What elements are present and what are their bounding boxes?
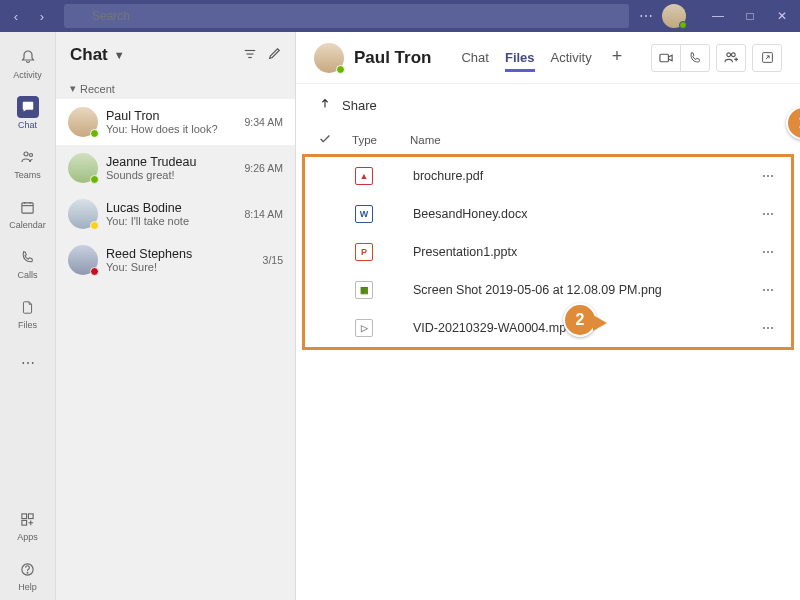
file-name: Presentation1.pptx (413, 245, 762, 259)
chat-preview: You: I'll take note (106, 215, 236, 227)
close-button[interactable]: ✕ (768, 4, 796, 28)
rail-label: Chat (18, 120, 37, 130)
minimize-button[interactable]: — (704, 4, 732, 28)
chat-row[interactable]: Lucas Bodine You: I'll take note 8:14 AM (56, 191, 295, 237)
rail-calls[interactable]: Calls (0, 238, 56, 288)
svg-point-3 (29, 154, 32, 157)
rail-activity[interactable]: Activity (0, 38, 56, 88)
presence-available-icon (679, 21, 687, 29)
avatar (314, 43, 344, 73)
rail-apps[interactable]: Apps (0, 500, 56, 550)
caret-icon: ▾ (70, 82, 76, 95)
rail-chat[interactable]: Chat (0, 88, 56, 138)
presence-busy-icon (90, 267, 99, 276)
file-name: Screen Shot 2019-05-06 at 12.08.09 PM.pn… (413, 283, 762, 297)
video-call-button[interactable] (651, 44, 681, 72)
rail-label: Apps (17, 532, 38, 542)
back-button[interactable]: ‹ (4, 4, 28, 28)
content-pane: Paul Tron Chat Files Activity + Share (296, 32, 800, 600)
video-file-icon: ▷ (355, 319, 373, 337)
chat-time: 9:34 AM (244, 116, 283, 128)
apps-icon (17, 508, 39, 530)
file-row[interactable]: P Presentation1.pptx ⋯ (305, 233, 791, 271)
svg-rect-4 (22, 202, 33, 212)
tab-activity[interactable]: Activity (551, 46, 592, 69)
rail-files[interactable]: Files (0, 288, 56, 338)
word-file-icon: W (355, 205, 373, 223)
file-name: brochure.pdf (413, 169, 762, 183)
svg-rect-16 (659, 54, 667, 62)
file-more-button[interactable]: ⋯ (762, 321, 775, 335)
image-file-icon: ▦ (355, 281, 373, 299)
rail-more[interactable]: ⋯ (0, 338, 56, 388)
file-more-button[interactable]: ⋯ (762, 207, 775, 221)
chat-icon (17, 96, 39, 118)
checkmark-icon[interactable] (318, 136, 332, 148)
calendar-icon (17, 196, 39, 218)
svg-point-18 (731, 53, 735, 57)
share-button[interactable]: Share (342, 98, 377, 113)
rail-label: Activity (13, 70, 42, 80)
chat-preview: Sounds great! (106, 169, 236, 181)
chat-list-pane: Chat ▼ ▾ Recent Paul Tron You: How does … (56, 32, 296, 600)
file-row[interactable]: ▦ Screen Shot 2019-05-06 at 12.08.09 PM.… (305, 271, 791, 309)
chevron-down-icon[interactable]: ▼ (114, 49, 125, 61)
rail-help[interactable]: Help (0, 550, 56, 600)
add-people-button[interactable] (716, 44, 746, 72)
rail-teams[interactable]: Teams (0, 138, 56, 188)
presence-available-icon (336, 65, 345, 74)
svg-rect-10 (22, 520, 27, 525)
chat-name: Paul Tron (106, 109, 236, 123)
filter-icon[interactable] (243, 47, 257, 64)
chat-time: 9:26 AM (244, 162, 283, 174)
files-header: Type Name (296, 126, 800, 154)
more-icon: ⋯ (17, 352, 39, 374)
file-row[interactable]: ▷ VID-20210329-WA0004.mp4 ⋯ (305, 309, 791, 347)
chat-time: 3/15 (263, 254, 283, 266)
svg-rect-8 (22, 513, 27, 518)
column-type[interactable]: Type (352, 134, 410, 146)
file-more-button[interactable]: ⋯ (762, 245, 775, 259)
app-rail: Activity Chat Teams Calendar Calls Files… (0, 32, 56, 600)
file-row[interactable]: W BeesandHoney.docx ⋯ (305, 195, 791, 233)
file-more-button[interactable]: ⋯ (762, 169, 775, 183)
svg-point-17 (726, 53, 730, 57)
file-more-button[interactable]: ⋯ (762, 283, 775, 297)
files-list-highlight: ▲ brochure.pdf ⋯ W BeesandHoney.docx ⋯ P… (302, 154, 794, 350)
tab-files[interactable]: Files (505, 46, 535, 72)
chat-preview: You: How does it look? (106, 123, 236, 135)
presence-available-icon (90, 175, 99, 184)
bell-icon (17, 46, 39, 68)
recent-section[interactable]: ▾ Recent (56, 78, 295, 99)
chat-row[interactable]: Reed Stephens You: Sure! 3/15 (56, 237, 295, 283)
add-tab-button[interactable]: + (608, 46, 623, 69)
file-icon (17, 296, 39, 318)
avatar (68, 107, 98, 137)
column-name[interactable]: Name (410, 134, 778, 146)
maximize-button[interactable]: □ (736, 4, 764, 28)
tab-chat[interactable]: Chat (461, 46, 488, 69)
more-icon[interactable]: ⋯ (639, 8, 654, 24)
presence-available-icon (90, 129, 99, 138)
rail-label: Files (18, 320, 37, 330)
chat-row[interactable]: Paul Tron You: How does it look? 9:34 AM (56, 99, 295, 145)
file-name: BeesandHoney.docx (413, 207, 762, 221)
audio-call-button[interactable] (680, 44, 710, 72)
search-input[interactable] (64, 4, 629, 28)
avatar (68, 199, 98, 229)
svg-point-12 (27, 572, 28, 573)
new-chat-icon[interactable] (267, 47, 281, 64)
rail-label: Teams (14, 170, 41, 180)
help-icon (17, 558, 39, 580)
rail-label: Calendar (9, 220, 46, 230)
popout-button[interactable] (752, 44, 782, 72)
chat-list-title: Chat (70, 45, 108, 65)
forward-button[interactable]: › (30, 4, 54, 28)
pdf-file-icon: ▲ (355, 167, 373, 185)
content-header: Paul Tron Chat Files Activity + (296, 32, 800, 84)
chat-name: Reed Stephens (106, 247, 255, 261)
file-row[interactable]: ▲ brochure.pdf ⋯ (305, 157, 791, 195)
current-user-avatar[interactable] (662, 4, 686, 28)
rail-calendar[interactable]: Calendar (0, 188, 56, 238)
chat-row[interactable]: Jeanne Trudeau Sounds great! 9:26 AM (56, 145, 295, 191)
